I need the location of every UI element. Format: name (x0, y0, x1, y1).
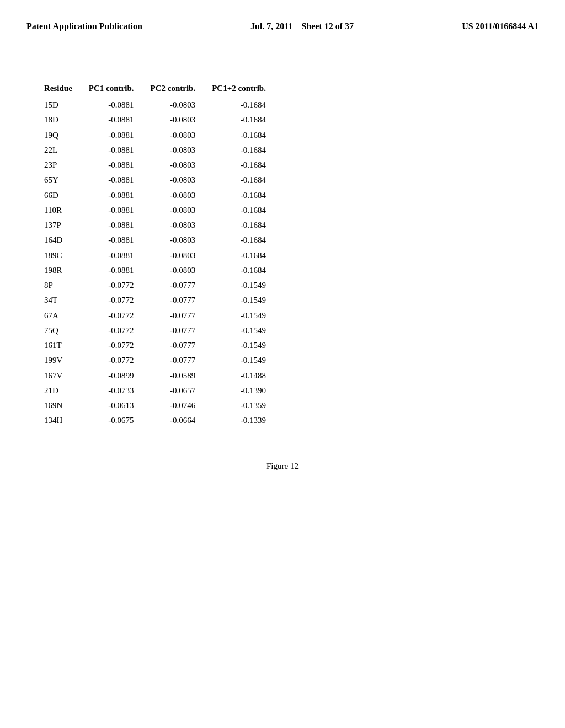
table-cell-15-3: -0.1549 (212, 323, 282, 338)
table-cell-2-2: -0.0803 (151, 128, 212, 143)
table-cell-11-2: -0.0803 (151, 263, 212, 278)
table-row: 22L-0.0881-0.0803-0.1684 (44, 143, 282, 158)
table-row: 19Q-0.0881-0.0803-0.1684 (44, 128, 282, 143)
sheet-info: Sheet 12 of 37 (301, 22, 354, 31)
table-cell-1-1: -0.0881 (89, 113, 151, 127)
table-cell-19-3: -0.1390 (212, 383, 282, 398)
table-cell-10-0: 189C (44, 248, 89, 263)
data-table: Residue PC1 contrib. PC2 contrib. PC1+2 … (44, 83, 282, 429)
table-cell-21-2: -0.0664 (151, 413, 212, 428)
table-row: 18D-0.0881-0.0803-0.1684 (44, 113, 282, 127)
table-cell-8-2: -0.0803 (151, 218, 212, 233)
table-row: 8P-0.0772-0.0777-0.1549 (44, 278, 282, 293)
table-cell-13-1: -0.0772 (89, 293, 151, 308)
table-cell-18-0: 167V (44, 368, 89, 383)
table-cell-21-1: -0.0675 (89, 413, 151, 428)
table-cell-1-3: -0.1684 (212, 113, 282, 127)
table-cell-4-3: -0.1684 (212, 158, 282, 173)
page-header: Patent Application Publication Jul. 7, 2… (0, 0, 565, 33)
table-cell-13-0: 34T (44, 293, 89, 308)
table-cell-15-1: -0.0772 (89, 323, 151, 338)
table-row: 110R-0.0881-0.0803-0.1684 (44, 203, 282, 218)
table-cell-17-2: -0.0777 (151, 353, 212, 368)
table-row: 134H-0.0675-0.0664-0.1339 (44, 413, 282, 428)
table-cell-0-0: 15D (44, 98, 89, 113)
table-cell-11-0: 198R (44, 263, 89, 278)
table-cell-7-2: -0.0803 (151, 203, 212, 218)
table-cell-10-3: -0.1684 (212, 248, 282, 263)
table-cell-16-3: -0.1549 (212, 338, 282, 353)
table-cell-19-2: -0.0657 (151, 383, 212, 398)
table-cell-15-0: 75Q (44, 323, 89, 338)
table-row: 34T-0.0772-0.0777-0.1549 (44, 293, 282, 308)
table-cell-10-2: -0.0803 (151, 248, 212, 263)
table-cell-18-3: -0.1488 (212, 368, 282, 383)
table-cell-12-2: -0.0777 (151, 278, 212, 293)
table-cell-6-3: -0.1684 (212, 188, 282, 203)
table-cell-0-1: -0.0881 (89, 98, 151, 113)
table-cell-3-0: 22L (44, 143, 89, 158)
table-cell-21-0: 134H (44, 413, 89, 428)
table-cell-1-2: -0.0803 (151, 113, 212, 127)
table-cell-19-1: -0.0733 (89, 383, 151, 398)
table-cell-12-3: -0.1549 (212, 278, 282, 293)
table-cell-12-0: 8P (44, 278, 89, 293)
table-cell-14-2: -0.0777 (151, 308, 212, 323)
table-row: 23P-0.0881-0.0803-0.1684 (44, 158, 282, 173)
table-cell-0-2: -0.0803 (151, 98, 212, 113)
table-cell-8-3: -0.1684 (212, 218, 282, 233)
table-row: 67A-0.0772-0.0777-0.1549 (44, 308, 282, 323)
table-row: 66D-0.0881-0.0803-0.1684 (44, 188, 282, 203)
table-cell-20-1: -0.0613 (89, 398, 151, 413)
table-row: 199V-0.0772-0.0777-0.1549 (44, 353, 282, 368)
table-cell-20-3: -0.1359 (212, 398, 282, 413)
figure-caption: Figure 12 (44, 462, 521, 471)
table-row: 198R-0.0881-0.0803-0.1684 (44, 263, 282, 278)
table-cell-13-3: -0.1549 (212, 293, 282, 308)
table-cell-6-0: 66D (44, 188, 89, 203)
table-row: 75Q-0.0772-0.0777-0.1549 (44, 323, 282, 338)
table-row: 189C-0.0881-0.0803-0.1684 (44, 248, 282, 263)
table-cell-3-3: -0.1684 (212, 143, 282, 158)
table-cell-6-2: -0.0803 (151, 188, 212, 203)
table-cell-9-3: -0.1684 (212, 233, 282, 248)
table-row: 161T-0.0772-0.0777-0.1549 (44, 338, 282, 353)
table-cell-16-0: 161T (44, 338, 89, 353)
table-cell-17-3: -0.1549 (212, 353, 282, 368)
table-cell-8-1: -0.0881 (89, 218, 151, 233)
table-row: 65Y-0.0881-0.0803-0.1684 (44, 173, 282, 188)
table-cell-7-0: 110R (44, 203, 89, 218)
table-cell-16-2: -0.0777 (151, 338, 212, 353)
table-cell-16-1: -0.0772 (89, 338, 151, 353)
table-cell-14-0: 67A (44, 308, 89, 323)
col-header-pc12: PC1+2 contrib. (212, 83, 282, 98)
table-row: 167V-0.0899-0.0589-0.1488 (44, 368, 282, 383)
table-cell-10-1: -0.0881 (89, 248, 151, 263)
table-cell-2-3: -0.1684 (212, 128, 282, 143)
table-cell-13-2: -0.0777 (151, 293, 212, 308)
table-cell-19-0: 21D (44, 383, 89, 398)
table-cell-3-2: -0.0803 (151, 143, 212, 158)
table-cell-9-0: 164D (44, 233, 89, 248)
table-cell-0-3: -0.1684 (212, 98, 282, 113)
table-cell-1-0: 18D (44, 113, 89, 127)
table-cell-5-0: 65Y (44, 173, 89, 188)
publication-date-sheet: Jul. 7, 2011 Sheet 12 of 37 (250, 20, 354, 33)
table-cell-3-1: -0.0881 (89, 143, 151, 158)
table-cell-20-0: 169N (44, 398, 89, 413)
publication-date: Jul. 7, 2011 (250, 22, 292, 31)
table-cell-2-1: -0.0881 (89, 128, 151, 143)
table-cell-17-1: -0.0772 (89, 353, 151, 368)
table-row: 21D-0.0733-0.0657-0.1390 (44, 383, 282, 398)
table-cell-17-0: 199V (44, 353, 89, 368)
table-cell-9-2: -0.0803 (151, 233, 212, 248)
table-cell-14-3: -0.1549 (212, 308, 282, 323)
table-cell-8-0: 137P (44, 218, 89, 233)
table-cell-4-0: 23P (44, 158, 89, 173)
table-cell-5-2: -0.0803 (151, 173, 212, 188)
table-cell-4-2: -0.0803 (151, 158, 212, 173)
main-content: Residue PC1 contrib. PC2 contrib. PC1+2 … (0, 33, 565, 493)
table-cell-2-0: 19Q (44, 128, 89, 143)
table-header-row: Residue PC1 contrib. PC2 contrib. PC1+2 … (44, 83, 282, 98)
table-cell-5-3: -0.1684 (212, 173, 282, 188)
